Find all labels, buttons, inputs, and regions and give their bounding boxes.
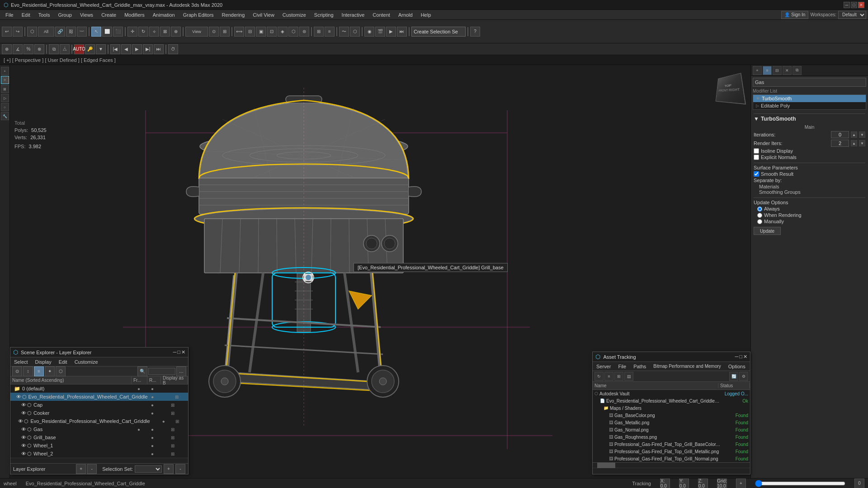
se-search-btn[interactable]: 🔍 — [137, 366, 147, 376]
at-map-gas-metallic[interactable]: 🖼 Gas_Metallic.png Found — [593, 419, 750, 426]
ts-manually-radio[interactable] — [757, 219, 762, 224]
menu-arnold[interactable]: Arnold — [395, 11, 416, 19]
menu-civil-view[interactable]: Civil View — [249, 11, 278, 19]
at-menu-file[interactable]: File — [614, 363, 630, 370]
ts-iterations-down[interactable]: ▼ — [859, 131, 865, 138]
menu-group[interactable]: Group — [54, 11, 75, 19]
at-icon-settings[interactable]: ⚙ — [739, 372, 748, 381]
modifier-create-icon[interactable]: + — [753, 66, 762, 75]
modifier-copy-icon[interactable]: ⧉ — [793, 66, 802, 75]
keyfilter[interactable]: ▼ — [96, 44, 106, 54]
playback-nextframe[interactable]: ▶| — [143, 44, 153, 54]
layer-manager[interactable]: ⊞ — [314, 27, 324, 37]
at-icon-tree[interactable]: ⊞ — [614, 372, 623, 381]
unlink-button[interactable]: ⛓ — [66, 27, 76, 37]
modifier-delete-icon[interactable]: ✕ — [783, 66, 792, 75]
menu-rendering[interactable]: Rendering — [218, 11, 249, 19]
display-icon[interactable]: ○ — [1, 103, 9, 111]
render-last[interactable]: ⏭ — [397, 27, 407, 37]
ts-renderIters-up[interactable]: ▲ — [851, 140, 857, 146]
at-menu-paths[interactable]: Paths — [630, 363, 650, 370]
at-horizontal-scrollbar[interactable] — [593, 462, 750, 468]
se-menu-customize[interactable]: Customize — [71, 358, 102, 366]
menu-views[interactable]: Views — [76, 11, 97, 19]
se-object-cap[interactable]: 👁⬡ Cap ● ⊞ — [10, 401, 188, 409]
se-bottom-add[interactable]: + — [76, 464, 86, 474]
time-config[interactable]: ⏱ — [168, 44, 178, 54]
scale-type[interactable]: ⊠ — [160, 27, 170, 37]
schematic-view[interactable]: ⬡ — [350, 27, 360, 37]
normal-align[interactable]: ⊡ — [267, 27, 277, 37]
window-crossing[interactable]: ⬛ — [113, 27, 123, 37]
menu-content[interactable]: Content — [369, 11, 394, 19]
pivot-point[interactable]: ⊙ — [209, 27, 219, 37]
time-slider[interactable] — [755, 480, 845, 487]
se-layer-btn[interactable]: ≡ — [34, 366, 44, 376]
modifier-param-icon[interactable]: ⊟ — [773, 66, 782, 75]
2d-snap[interactable]: ⊕ — [2, 44, 12, 54]
status-frame-btn[interactable]: 0 — [854, 479, 864, 488]
at-close[interactable]: ✕ — [743, 354, 747, 360]
close-button[interactable]: ✕ — [858, 2, 864, 8]
at-maximize[interactable]: □ — [739, 354, 742, 360]
se-object-wheel1[interactable]: 👁⬡ Wheel_1 ● ⊞ — [10, 441, 188, 450]
status-addtime-btn[interactable]: + — [736, 479, 746, 488]
se-object-main[interactable]: 👁 ⬡ Evo_Residential_Professional_Wheeled… — [10, 393, 188, 401]
menu-interactive[interactable]: Interactive — [338, 11, 368, 19]
menu-scripting[interactable]: Scripting — [311, 11, 337, 19]
se-filter-btn[interactable]: ⊙ — [12, 366, 22, 376]
material-editor[interactable]: ◉ — [364, 27, 374, 37]
percent-snap[interactable]: % — [24, 44, 33, 54]
motion-icon[interactable]: ▷ — [1, 94, 9, 102]
at-icon-filter[interactable]: ▤ — [624, 372, 633, 381]
se-sort-btn[interactable]: ↕ — [23, 366, 33, 376]
menu-edit[interactable]: Edit — [18, 11, 34, 19]
se-selection-set-select[interactable] — [135, 465, 162, 473]
se-sel-del[interactable]: - — [175, 464, 185, 474]
ts-explicit-normals-checkbox[interactable] — [754, 155, 759, 160]
at-minimize[interactable]: ─ — [735, 354, 739, 360]
angle-snap[interactable]: ∡ — [13, 44, 23, 54]
status-grid-btn[interactable]: Grid: 10.0 — [717, 479, 727, 488]
hierarchy-icon[interactable]: ⊞ — [1, 85, 9, 93]
at-menu-options[interactable]: Options — [725, 363, 749, 370]
select-object-button[interactable]: ⬡ — [27, 27, 37, 37]
at-map-prof-metallic[interactable]: 🖼 Professional_Gas-Fired_Flat_Top_Grill_… — [593, 448, 750, 455]
quick-align[interactable]: ▣ — [256, 27, 266, 37]
playback-next[interactable]: ⏭ — [154, 44, 164, 54]
se-search-input[interactable] — [148, 368, 175, 375]
visibility-icon-2[interactable]: ▷ — [756, 103, 759, 108]
place-highlight[interactable]: ◈ — [278, 27, 288, 37]
place-tool[interactable]: ⊕ — [171, 27, 181, 37]
se-object-evo-inner[interactable]: 👁⬡ Evo_Residential_Professional_Wheeled_… — [10, 417, 188, 425]
se-object-cooker[interactable]: 👁⬡ Cooker ● ⊞ — [10, 409, 188, 417]
minimize-button[interactable]: ─ — [844, 2, 850, 8]
at-icon-list[interactable]: ≡ — [604, 372, 613, 381]
se-sel-add[interactable]: + — [164, 464, 174, 474]
playback-play[interactable]: ▶ — [132, 44, 142, 54]
at-maps-group-row[interactable]: 📁 Maps / Shaders — [593, 404, 750, 412]
ts-whenrendering-radio[interactable] — [757, 213, 762, 218]
se-bottom-del[interactable]: - — [87, 464, 97, 474]
render-setup[interactable]: 🎬 — [375, 27, 385, 37]
menu-help[interactable]: Help — [417, 11, 435, 19]
status-y-btn[interactable]: Y: 0.0 — [679, 479, 689, 488]
ts-isoline-checkbox[interactable] — [754, 148, 759, 154]
at-map-prof-normal[interactable]: 🖼 Professional_Gas-Fired_Flat_Top_Grill_… — [593, 455, 750, 462]
playback-prev[interactable]: |◀ — [110, 44, 120, 54]
create-selection-set-input[interactable]: Create Selection Se — [411, 27, 466, 37]
bind-space-warp[interactable]: 〰 — [77, 27, 87, 37]
menu-graph-editors[interactable]: Graph Editors — [179, 11, 217, 19]
signin-button[interactable]: 👤 Sign In — [781, 11, 808, 19]
redo-button[interactable]: ↪ — [13, 27, 23, 37]
at-icon-refresh[interactable]: ↻ — [594, 372, 604, 381]
modifier-search-input[interactable]: Gas — [753, 78, 866, 87]
link-button[interactable]: 🔗 — [55, 27, 65, 37]
rotate-tool[interactable]: ↻ — [138, 27, 148, 37]
modifier-list-icon[interactable]: ≡ — [763, 66, 772, 75]
menu-tools[interactable]: Tools — [35, 11, 54, 19]
se-menu-select[interactable]: Select — [10, 358, 32, 366]
visibility-icon[interactable]: 👁 — [756, 96, 760, 101]
se-menu-edit[interactable]: Edit — [55, 358, 71, 366]
spinner-snap[interactable]: ⊗ — [34, 44, 44, 54]
